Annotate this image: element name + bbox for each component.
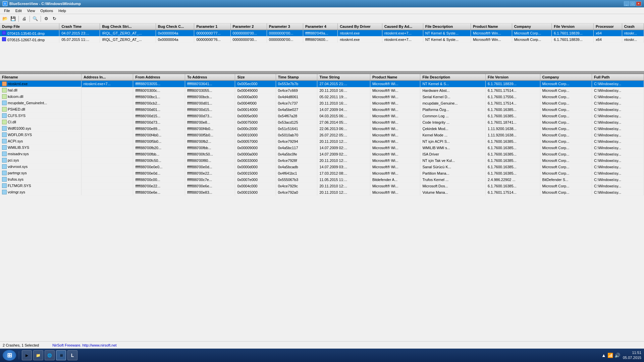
close-button[interactable]: ✕ [636,1,641,6]
upper-col-caused-addr[interactable]: Caused By Ad... [382,23,423,30]
upper-table-row[interactable]: 070415-13540-01.dmp04.07.2015 23:...IRQL… [0,30,644,37]
upper-col-param1[interactable]: Parameter 1 [194,23,230,30]
taskbar: ⊞ ▶ 📁 🌐 🖥 L ▲ 📶 🔊 11:51 05.07.2015 [0,349,644,362]
upper-col-processor[interactable]: Processor [594,23,622,30]
file-icon-sys [2,177,7,182]
lower-table-row[interactable]: msisadrv.sysfffff880'00fbb...fffff880'00… [0,151,644,157]
taskbar-right: ▲ 📶 🔊 11:51 05.07.2015 [601,350,641,361]
file-icon-dll [2,88,7,93]
lower-table: Filename Address In... From Address To A… [0,74,644,196]
tray-chevron[interactable]: ▲ [601,353,606,358]
lower-table-row[interactable]: ACPI.sysfffff880'00f5b0...fffff880'00fb2… [0,138,644,144]
lower-table-row[interactable]: WMILIB.SYSfffff880'00fb20...fffff880'00f… [0,144,644,151]
file-icon-dll [2,94,7,99]
upper-col-caused-driver[interactable]: Caused By Driver [338,23,382,30]
upper-col-file-desc[interactable]: File Description [423,23,471,30]
toolbar-print[interactable]: 🖨 [20,15,28,22]
toolbar: 📂 💾 🖨 🔍 ⚙ ↻ [0,14,644,23]
file-icon-sys [2,139,7,143]
toolbar-open[interactable]: 📂 [1,15,9,22]
lower-col-file-ver[interactable]: File Version [486,74,540,80]
file-icon-sys [2,132,7,137]
lower-table-row[interactable]: mcupdate_GenuineInt...fffff880'00cb2...f… [0,100,644,106]
lower-col-filename[interactable]: Filename [0,74,82,80]
file-icon-sys [2,113,7,118]
status-text: 2 Crashes, 1 Selected [3,343,39,347]
file-icon-exe [2,81,7,86]
lower-table-row[interactable]: PSHED.dllfffff880'00d01...fffff880'00d15… [0,106,644,113]
upper-col-crash-time[interactable]: Crash Time [59,23,100,30]
upper-col-crash[interactable]: Crash [622,23,644,30]
tray-network[interactable]: 📶 [607,353,613,358]
upper-col-param4[interactable]: Parameter 4 [303,23,337,30]
upper-col-product[interactable]: Product Name [471,23,512,30]
taskbar-l-app[interactable]: L [67,350,77,360]
lower-table-row[interactable]: volmgr.sysfffff880'00e6e...fffff880'00e8… [0,189,644,195]
lower-table-row[interactable]: vdrvroot.sysfffff880'00e0e0...fffff880'0… [0,164,644,170]
lower-table-row[interactable]: hal.dllfffff800'0300c...fffff800'03055..… [0,87,644,94]
toolbar-save[interactable]: 💾 [9,15,17,22]
menu-file[interactable]: File [1,8,13,13]
app-icon: B [3,1,7,6]
clock[interactable]: 11:51 05.07.2015 [623,350,641,361]
clock-date: 05.07.2015 [623,355,641,360]
toolbar-settings[interactable]: ⚙ [43,15,50,22]
menu-edit[interactable]: Edit [13,8,24,13]
tray-volume[interactable]: 🔊 [614,353,620,358]
lower-col-time-str[interactable]: Time String [317,74,370,80]
upper-col-bug-check-code[interactable]: Bug Check C... [156,23,194,30]
taskbar-browser[interactable]: 🌐 [45,350,55,360]
lower-col-product[interactable]: Product Name [370,74,420,80]
lower-table-row[interactable]: pci.sysfffff880'00fc50...fffff880'00f80.… [0,157,644,164]
upper-col-dump-file[interactable]: Dump File [0,23,59,30]
lower-table-row[interactable]: FLTMGR.SYSfffff880'00e22...fffff880'00e6… [0,183,644,189]
taskbar-bluescreen[interactable]: 🖥 [56,350,66,360]
file-icon-sys [2,126,7,131]
menu-options[interactable]: Options [38,8,56,13]
lower-col-time-stamp[interactable]: Time Stamp [276,74,317,80]
main-content: Dump File Crash Time Bug Check Stri... B… [0,23,644,341]
taskbar-folder[interactable]: 📁 [33,350,43,360]
system-tray: ▲ 📶 🔊 [601,353,620,358]
upper-table-row[interactable]: 070515-12667-01.dmp05.07.2015 11:...IRQL… [0,37,644,43]
taskbar-media[interactable]: ▶ [22,350,32,360]
upper-col-param3[interactable]: Parameter 3 [267,23,303,30]
lower-table-row[interactable]: kdcom.dllfffff880'00bc1...fffff880'00bcb… [0,94,644,100]
lower-col-full-path[interactable]: Full Path [592,74,644,80]
upper-col-param2[interactable]: Parameter 2 [230,23,267,30]
menu-view[interactable]: View [24,8,38,13]
upper-col-file-ver[interactable]: File Version [552,23,594,30]
file-icon-sys [2,145,7,150]
toolbar-search[interactable]: 🔍 [32,15,39,22]
lower-table-row[interactable]: ntoskrnl.exentoskrnl.exe+7...fffff880'03… [0,80,644,87]
upper-col-company[interactable]: Company [512,23,552,30]
file-icon-sys [2,190,7,194]
menu-help[interactable]: Help [56,8,69,13]
nirsoft-link[interactable]: NirSoft Freeware. http://www.nirsoft.net [52,343,116,347]
upper-col-bug-check-str[interactable]: Bug Check Stri... [100,23,156,30]
lower-table-row[interactable]: WDFLDR.SYSfffff880'00f4b0...fffff880'00f… [0,132,644,138]
lower-col-file-desc[interactable]: File Description [420,74,486,80]
lower-col-addr-in[interactable]: Address In... [82,74,133,80]
lower-table-row[interactable]: Wdf01000.sysfffff880'00e89...fffff880'00… [0,125,644,132]
menu-bar: File Edit View Options Help [0,7,644,14]
lower-table-container[interactable]: Filename Address In... From Address To A… [0,74,644,341]
file-icon-sys [2,164,7,169]
start-button[interactable]: ⊞ [3,350,16,361]
lower-col-size[interactable]: Size [235,74,276,80]
toolbar-refresh[interactable]: ↻ [51,15,58,22]
file-icon-sys [2,183,7,188]
upper-table-container[interactable]: Dump File Crash Time Bug Check Stri... B… [0,23,644,72]
lower-table-row[interactable]: CLFS.SYSfffff880'00d15...fffff880'00d73.… [0,113,644,119]
lower-col-to-addr[interactable]: To Address [185,74,235,80]
lower-table-row[interactable]: CI.dllfffff880'00d73...fffff880'00e8...0… [0,119,644,125]
window-title: BlueScreenView - C:\Windows\Minidump [9,2,81,6]
maximize-button[interactable]: □ [630,1,635,6]
lower-table-row[interactable]: partmgr.sysfffff880'00e0d...fffff880'00e… [0,170,644,176]
clock-time: 11:51 [623,350,641,355]
lower-table-row[interactable]: trufos.sysfffff880'00c00...fffff880'00c7… [0,176,644,183]
lower-col-company[interactable]: Company [540,74,592,80]
minimize-button[interactable]: _ [624,1,629,6]
file-icon-sys [2,158,7,163]
lower-col-from-addr[interactable]: From Address [133,74,185,80]
